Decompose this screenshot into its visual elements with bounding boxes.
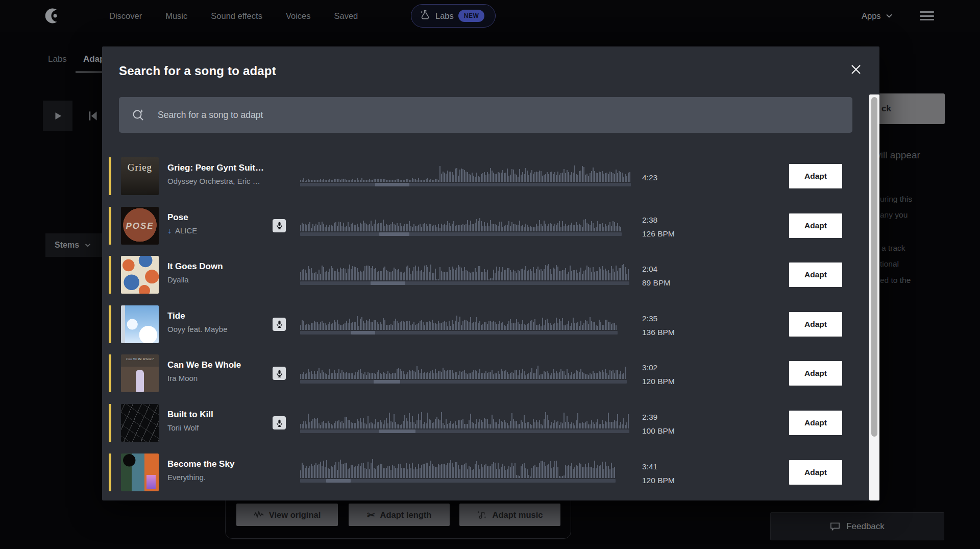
bg-text-fragment: a track [881, 244, 905, 253]
bg-text-fragment: will appear [874, 150, 920, 161]
bpm: 120 BPM [642, 374, 675, 388]
bg-text-fragment: any you [880, 210, 908, 220]
skip-back-button[interactable] [83, 108, 103, 124]
song-row[interactable]: TideOoyy feat. Maybe2:35136 BPMAdapt [102, 300, 869, 349]
stems-dropdown[interactable]: Stems [45, 233, 108, 257]
album-art [121, 305, 159, 343]
song-artist: Dyalla [167, 275, 270, 284]
waveform-progress-strip [300, 380, 627, 384]
waveform[interactable] [300, 308, 618, 335]
epidemic-sound-logo-icon[interactable] [44, 7, 62, 25]
waveform-progress-strip [300, 479, 616, 483]
nav-labs[interactable]: Labs NEW [411, 4, 496, 28]
adapt-button[interactable]: Adapt [789, 164, 842, 188]
waveform-progress-strip [300, 183, 631, 186]
album-art-text: Can We Be Whole? [121, 357, 159, 361]
page-breadcrumb-tabs: Labs Adapt [48, 54, 108, 64]
song-artist: Ooyy feat. Maybe [167, 325, 270, 333]
accent-bar [109, 305, 111, 343]
adapt-button[interactable]: Adapt [789, 312, 842, 337]
album-art-text: POSE [121, 221, 159, 231]
song-row[interactable]: Built to KillTorii Wolf2:39100 BPMAdapt [102, 398, 869, 447]
song-meta: Built to KillTorii Wolf [167, 410, 270, 432]
song-row[interactable]: GriegGrieg: Peer Gynt Suit…Odyssey Orche… [102, 152, 869, 201]
song-meta: It Goes DownDyalla [167, 261, 270, 284]
tab-labs[interactable]: Labs [48, 54, 67, 64]
nav-saved[interactable]: Saved [334, 11, 358, 21]
song-title: It Goes Down [167, 261, 270, 272]
feedback-button[interactable]: Feedback [770, 512, 944, 540]
adapt-button[interactable]: Adapt [789, 262, 842, 287]
apps-label: Apps [862, 11, 881, 21]
duration-bpm: 2:0489 BPM [642, 261, 670, 290]
song-title: Become the Sky [167, 459, 270, 469]
partial-button-label: ck [881, 104, 891, 114]
scrollbar[interactable] [869, 94, 879, 500]
scrollbar-thumb[interactable] [871, 97, 877, 437]
duration: 2:04 [642, 262, 670, 276]
album-art: Can We Be Whole? [121, 354, 159, 392]
adapt-length-button[interactable]: ✂ Adapt length [349, 504, 450, 526]
album-art [121, 256, 159, 294]
song-title: Built to Kill [167, 410, 270, 420]
waveform-progress-strip [300, 281, 629, 285]
adapt-button[interactable]: Adapt [789, 460, 842, 485]
waveform[interactable] [300, 210, 622, 236]
skip-back-icon [86, 109, 100, 123]
nav-discover[interactable]: Discover [109, 11, 142, 21]
downloaded-icon: ↓ [167, 226, 172, 235]
waveform-progress-strip [300, 429, 629, 433]
adapt-music-button[interactable]: Adapt music [459, 504, 560, 526]
adapt-length-label: Adapt length [380, 510, 432, 520]
song-row[interactable]: Become the SkyEverything.3:41120 BPMAdap… [102, 448, 869, 497]
duration: 2:38 [642, 213, 675, 227]
new-badge: NEW [458, 10, 485, 22]
album-art [121, 453, 159, 491]
chevron-down-icon [84, 242, 91, 249]
accent-bar [109, 404, 111, 442]
flask-icon [420, 9, 431, 22]
feedback-label: Feedback [846, 521, 885, 532]
bpm: 89 BPM [642, 276, 670, 290]
song-meta: Pose↓ALICE [167, 212, 270, 235]
song-row[interactable]: Can We Be Whole?Can We Be WholeIra Moon3… [102, 349, 869, 398]
close-icon[interactable] [847, 61, 865, 78]
album-art [121, 404, 159, 442]
song-list: GriegGrieg: Peer Gynt Suit…Odyssey Orche… [102, 152, 869, 500]
view-original-button[interactable]: View original [236, 504, 338, 526]
song-artist: ↓ALICE [167, 226, 270, 235]
bg-text-fragment: tional [880, 259, 899, 269]
search-bar [119, 97, 852, 133]
menu-icon[interactable] [920, 11, 934, 20]
nav-apps[interactable]: Apps [862, 0, 893, 32]
duration-bpm: 2:39100 BPM [642, 410, 675, 438]
nav-sound-effects[interactable]: Sound effects [211, 11, 262, 21]
song-row[interactable]: POSEPose↓ALICE2:38126 BPMAdapt [102, 201, 869, 250]
bpm: 126 BPM [642, 227, 675, 241]
duration-bpm: 3:02120 BPM [642, 360, 675, 389]
nav-voices[interactable]: Voices [286, 11, 311, 21]
waveform[interactable] [300, 160, 631, 187]
waveform-icon [254, 511, 264, 519]
album-art: Grieg [121, 157, 159, 195]
vocals-mic-icon [273, 416, 286, 429]
song-row[interactable]: It Goes DownDyalla2:0489 BPMAdapt [102, 250, 869, 299]
song-meta: TideOoyy feat. Maybe [167, 311, 270, 333]
scissors-icon: ✂ [367, 509, 375, 521]
waveform[interactable] [300, 259, 629, 285]
search-input[interactable] [157, 109, 840, 121]
accent-bar [109, 207, 111, 245]
waveform[interactable] [300, 407, 629, 434]
play-button[interactable] [43, 101, 72, 131]
accent-bar [109, 453, 111, 491]
waveform[interactable] [300, 357, 627, 384]
adapt-button[interactable]: Adapt [789, 361, 842, 386]
adapt-music-label: Adapt music [492, 510, 543, 520]
adapt-button[interactable]: Adapt [789, 213, 842, 238]
album-art: POSE [121, 207, 159, 245]
waveform[interactable] [300, 457, 616, 483]
nav-music[interactable]: Music [165, 11, 187, 21]
music-sparkle-icon [477, 510, 487, 520]
bg-text-fragment: ed to the [880, 276, 911, 285]
adapt-button[interactable]: Adapt [789, 411, 842, 435]
